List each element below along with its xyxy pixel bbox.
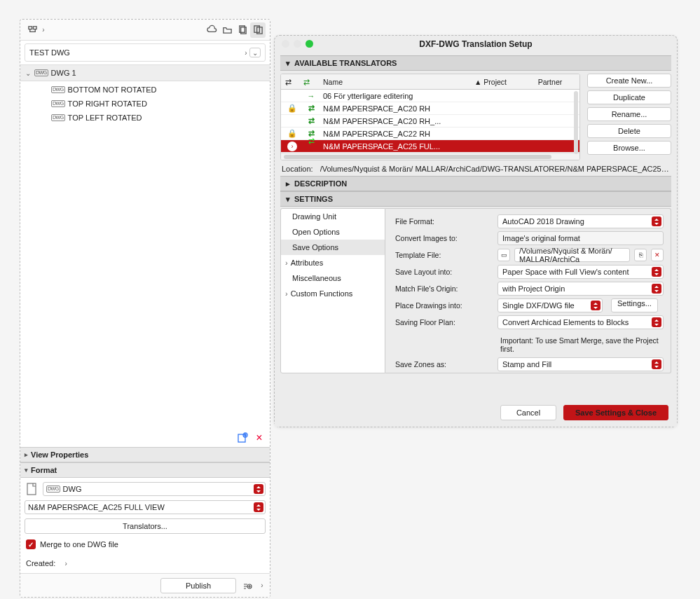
publish-footer: Publish › <box>20 573 270 597</box>
dropdown-caret-icon <box>652 284 661 294</box>
template-clear-icon[interactable]: ✕ <box>651 249 664 261</box>
table-row[interactable]: ⇄N&M PAPERSPACE_AC20 RH_... <box>281 115 579 128</box>
dwg-file-icon: DWG <box>46 486 60 493</box>
remove-item-icon[interactable]: × <box>253 432 266 444</box>
dialog-titlebar: DXF-DWG Translation Setup <box>275 36 677 53</box>
dropdown-caret-icon <box>652 216 661 226</box>
th-name[interactable]: Name <box>319 78 460 86</box>
tree-actions: × <box>20 429 270 447</box>
template-file-field[interactable]: /Volumes/Nyquist & Morän/ MALLAR/ArchiCa <box>514 248 630 262</box>
chevron-right-icon[interactable]: › <box>40 26 47 34</box>
nav-drawing-unit[interactable]: Drawing Unit <box>281 209 385 224</box>
nav-custom-functions[interactable]: Custom Functions <box>281 286 385 301</box>
translator-value: N&M PAPERSPACE_AC25 FULL VIEW <box>28 503 165 511</box>
th-dir[interactable]: ⇄ <box>299 78 319 86</box>
convert-images-select[interactable]: Image's original format <box>497 231 664 245</box>
sheets-icon[interactable] <box>250 22 266 38</box>
page-icon <box>25 482 39 496</box>
file-format-label: File Format: <box>395 217 493 226</box>
nav-attributes[interactable]: Attributes <box>281 255 385 270</box>
tree-root-row[interactable]: ⌄ DWG DWG 1 <box>20 64 270 81</box>
disclosure-triangle-icon[interactable]: ⌄ <box>25 69 32 77</box>
nav-open-options[interactable]: Open Options <box>281 224 385 240</box>
save-layout-label: Save Layout into: <box>395 268 493 276</box>
smart-merge-note: Important: To use Smart Merge, save the … <box>395 331 664 356</box>
th-project[interactable]: ▲ Project <box>460 78 516 86</box>
nav-miscellaneous[interactable]: Miscellaneous <box>281 270 385 286</box>
dropdown-icon[interactable]: ⌄ <box>249 48 261 57</box>
add-item-icon[interactable] <box>236 432 249 444</box>
place-drawings-select[interactable]: Single DXF/DWG file <box>497 298 603 312</box>
organizer-icon[interactable] <box>25 22 40 38</box>
save-layout-select[interactable]: Paper Space with Full View's content <box>497 265 664 279</box>
match-origin-select[interactable]: with Project Origin <box>497 282 664 296</box>
dropdown-caret-icon <box>652 359 661 369</box>
translator-actions: Create New... Duplicate Rename... Delete… <box>587 74 671 160</box>
created-label: Created: <box>26 559 55 567</box>
vertical-scrollbar[interactable] <box>574 91 578 154</box>
dropdown-caret-icon <box>254 484 263 494</box>
place-settings-button[interactable]: Settings... <box>611 298 658 312</box>
window-minimize-icon[interactable] <box>294 40 301 48</box>
browse-button[interactable]: Browse... <box>587 141 671 155</box>
th-partner[interactable]: Partner <box>516 78 579 86</box>
nav-save-options[interactable]: Save Options <box>281 240 385 255</box>
table-row[interactable]: 🔒⇄N&M PAPERSPACE_AC22 RH <box>281 128 579 140</box>
publish-options-icon[interactable] <box>240 579 254 593</box>
window-zoom-icon[interactable] <box>306 40 313 48</box>
horizontal-scrollbar[interactable] <box>281 153 579 160</box>
publisher-tree: DWG BOTTOM NOT ROTATED DWG TOP RIGHT ROT… <box>20 81 270 429</box>
duplicate-button[interactable]: Duplicate <box>587 90 671 104</box>
settings-form: File Format: AutoCAD 2018 Drawing Conver… <box>385 208 671 373</box>
tree-item[interactable]: DWG TOP RIGHT ROTATED <box>20 97 270 111</box>
file-format-select[interactable]: AutoCAD 2018 Drawing <box>497 214 664 228</box>
view-properties-header[interactable]: ▸ View Properties <box>20 447 270 462</box>
chevron-right-icon[interactable]: › <box>259 581 266 589</box>
settings-header[interactable]: ▾ SETTINGS <box>280 191 671 207</box>
translators-area: ⇄ ⇄ Name ▲ Project Partner →06 För ytter… <box>275 71 677 160</box>
tree-item[interactable]: DWG BOTTOM NOT ROTATED <box>20 83 270 97</box>
window-close-icon[interactable] <box>282 40 289 48</box>
template-link-icon[interactable]: ⎘ <box>634 249 647 261</box>
chevron-right-icon[interactable]: › <box>62 560 69 567</box>
template-browse-icon[interactable]: ▭ <box>497 249 510 261</box>
table-row[interactable]: →06 För ytterligare editering <box>281 90 579 102</box>
saving-floor-select[interactable]: Convert Archicad Elements to Blocks <box>497 315 664 329</box>
folder-icon[interactable] <box>219 22 235 38</box>
pill-icon: › <box>287 142 297 151</box>
tree-item[interactable]: DWG TOP LEFT ROTATED <box>20 111 270 125</box>
dropdown-caret-icon <box>254 502 263 512</box>
available-translators-header[interactable]: ▾ AVAILABLE TRANSLATORS <box>280 55 671 71</box>
delete-button[interactable]: Delete <box>587 124 671 138</box>
description-header[interactable]: ▸ DESCRIPTION <box>280 176 671 191</box>
publisher-set-selector[interactable]: TEST DWG › ⌄ <box>25 43 266 62</box>
disclosure-right-icon: ▸ <box>25 451 28 458</box>
format-header[interactable]: ▾ Format <box>20 462 270 478</box>
merge-checkbox[interactable] <box>26 539 36 549</box>
disclosure-right-icon: ▸ <box>286 179 290 188</box>
save-zones-select[interactable]: Stamp and Fill <box>497 357 664 371</box>
table-row[interactable]: 🔒⇄N&M PAPERSPACE_AC20 RH <box>281 102 579 115</box>
dropdown-caret-icon <box>591 301 601 310</box>
create-new-button[interactable]: Create New... <box>587 74 671 88</box>
table-row-selected[interactable]: › ⇄ › N&M PAPERSPACE_AC25 FUL... <box>281 140 579 153</box>
dwg-file-icon: DWG <box>51 86 65 93</box>
documents-icon[interactable] <box>235 22 250 38</box>
cloud-icon[interactable] <box>204 22 219 38</box>
publisher-panel: › TEST DWG › ⌄ ⌄ DWG DWG 1 DWG BOTTOM NO… <box>20 19 270 598</box>
translators-button[interactable]: Translators... <box>25 518 266 534</box>
match-origin-label: Match File's Origin: <box>395 284 493 293</box>
cancel-button[interactable]: Cancel <box>500 405 556 420</box>
publish-button[interactable]: Publish <box>160 578 236 593</box>
table-header: ⇄ ⇄ Name ▲ Project Partner <box>281 74 579 90</box>
tree-item-label: BOTTOM NOT ROTATED <box>68 85 157 94</box>
save-close-button[interactable]: Save Settings & Close <box>563 405 668 420</box>
section-label: Format <box>31 466 57 474</box>
location-path: /Volumes/Nyquist & Morän/ MALLAR/ArchiCa… <box>320 165 670 173</box>
dwg-file-icon: DWG <box>51 100 65 107</box>
th-lock[interactable]: ⇄ <box>281 78 299 86</box>
translator-select[interactable]: N&M PAPERSPACE_AC25 FULL VIEW <box>25 500 266 514</box>
disclosure-down-icon: ▾ <box>25 467 28 474</box>
rename-button[interactable]: Rename... <box>587 107 671 121</box>
format-select[interactable]: DWG DWG <box>43 482 266 496</box>
